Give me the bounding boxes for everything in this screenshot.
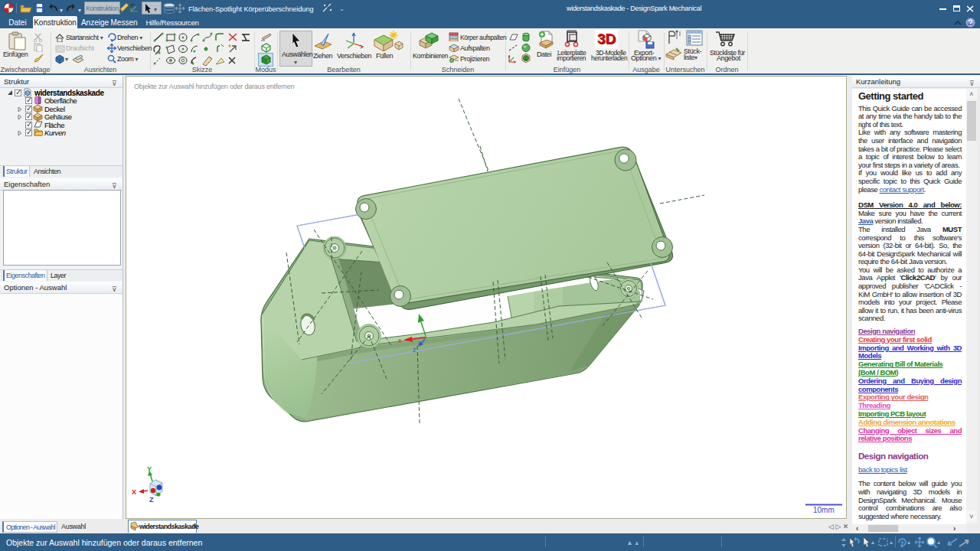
- svg-text:z: z: [413, 346, 416, 354]
- svg-text:X: X: [132, 488, 136, 496]
- svg-text:Y: Y: [147, 465, 152, 473]
- svg-text:Z: Z: [149, 496, 154, 504]
- svg-text:x: x: [398, 337, 402, 344]
- svg-text:10mm: 10mm: [813, 506, 835, 514]
